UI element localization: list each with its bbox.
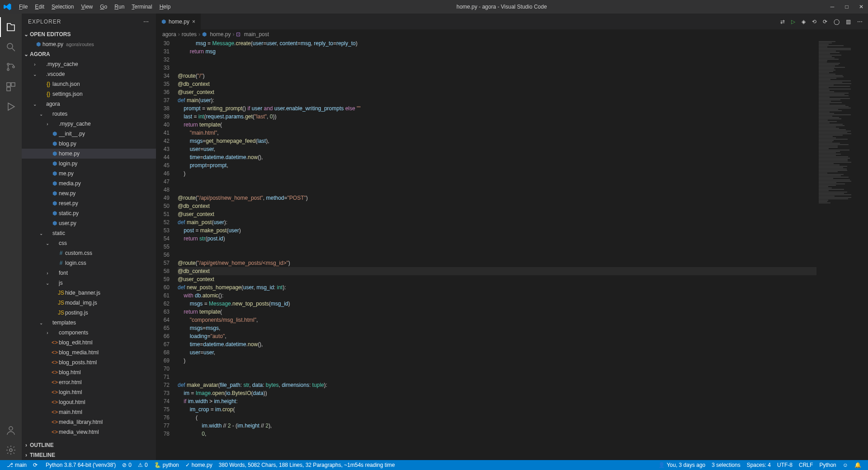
menu-edit[interactable]: Edit [31,4,48,10]
tree-item[interactable]: JSposting.js [22,308,156,318]
sidebar-more-icon[interactable]: ⋯ [143,19,150,25]
status-item[interactable]: 380 Words, 5082 Chars, 188 Lines, 32 Par… [216,462,398,468]
status-item[interactable]: CRLF [796,462,816,468]
tree-item[interactable]: ›.mypy_cache [22,119,156,129]
minimize-button[interactable]: ─ [829,4,835,10]
status-item[interactable]: Spaces: 4 [744,462,774,468]
tree-item[interactable]: <>blog_edit.html [22,338,156,348]
tree-item[interactable]: ⬢blog.py [22,139,156,149]
menu-selection[interactable]: Selection [48,4,77,10]
status-item[interactable]: ⚠0 [135,462,151,468]
section-outline[interactable]: ›OUTLINE [22,440,156,450]
tree-item[interactable]: ⬢login.py [22,159,156,169]
breadcrumb-item[interactable]: ⊡ main_post [236,31,269,38]
tree-item[interactable]: ⌄static [22,228,156,238]
tree-item[interactable]: <>logout.html [22,397,156,407]
tree-item[interactable]: <>blog_posts.html [22,357,156,367]
tree-item[interactable]: ›components [22,328,156,338]
menu-view[interactable]: View [77,4,96,10]
activity-source-control[interactable] [0,57,22,77]
close-tab-icon[interactable]: × [192,19,195,25]
tree-item[interactable]: ›.mypy_cache [22,59,156,69]
debug-icon[interactable]: ◈ [802,19,806,25]
more-icon[interactable]: ⋯ [857,19,863,25]
section-project[interactable]: ⌄AGORA [22,49,156,59]
status-item[interactable]: 👤You, 3 days ago [655,462,709,468]
status-item[interactable]: 🔔 [851,462,864,468]
tree-item[interactable]: ⬢__init__.py [22,129,156,139]
tree-item[interactable]: <>error.html [22,377,156,387]
status-item[interactable]: 3 selections [708,462,743,468]
status-item[interactable]: UTF-8 [774,462,796,468]
status-item[interactable]: ⊘0 [119,462,135,468]
run-icon[interactable]: ▷ [791,19,795,25]
tree-item[interactable]: ⌄js [22,278,156,288]
vertical-scrollbar[interactable] [862,39,868,460]
menu-run[interactable]: Run [111,4,128,10]
section-timeline[interactable]: ›TIMELINE [22,450,156,460]
menu-terminal[interactable]: Terminal [128,4,156,10]
compare-icon[interactable]: ⇄ [780,19,785,25]
tree-item[interactable]: JShide_banner.js [22,288,156,298]
tree-item[interactable]: ⌄css [22,238,156,248]
tree-twistie-icon [44,410,51,415]
tree-item[interactable]: ⬢new.py [22,188,156,198]
status-item[interactable]: ⎇main [4,462,30,468]
status-item[interactable]: ✓home.py [182,462,216,468]
tree-item[interactable]: <>main.html [22,407,156,417]
minimap[interactable] [816,39,862,460]
tab-home-py[interactable]: ⬢ home.py × [156,14,201,29]
menu-help[interactable]: Help [156,4,175,10]
menu-go[interactable]: Go [96,4,111,10]
status-item[interactable]: Python [816,462,839,468]
tree-item[interactable]: ⬢user.py [22,218,156,228]
activity-explorer[interactable] [0,17,22,37]
status-item[interactable]: ⟳ [30,462,42,468]
breadcrumb-item[interactable]: ⬢ home.py [202,31,231,38]
tree-item[interactable]: {}launch.json [22,79,156,89]
tree-item[interactable]: #login.css [22,258,156,268]
activity-search[interactable] [0,37,22,57]
tree-item[interactable]: ⌄agora [22,99,156,109]
tree-item[interactable]: ⬢media.py [22,179,156,188]
tree-item[interactable]: ⬢static.py [22,208,156,218]
nav-back-icon[interactable]: ⟲ [812,19,816,25]
tree-item[interactable]: {}settings.json [22,89,156,99]
status-item[interactable]: ☺ [840,462,851,468]
breadcrumb-item[interactable]: agora [162,31,176,38]
git-icon[interactable]: ◯ [834,19,840,25]
open-editor-item[interactable]: ⬢home.pyagora\routes [22,39,156,49]
status-item[interactable]: 🐍python [151,462,182,468]
tree-item[interactable]: ⌄routes [22,109,156,119]
tree-item[interactable]: JSmodal_img.js [22,298,156,308]
split-editor-icon[interactable]: ▥ [846,19,851,25]
tree-item[interactable]: <>blog_media.html [22,348,156,357]
tree-item[interactable]: <>media_view.html [22,427,156,437]
tree-item[interactable]: ›font [22,268,156,278]
tree-item[interactable]: ⬢me.py [22,169,156,179]
activity-settings[interactable] [0,440,22,460]
close-button[interactable]: ✕ [858,4,864,10]
code-lines[interactable]: msg = Message.create(user=user, content=… [178,39,816,460]
tree-item[interactable]: ⌄.vscode [22,69,156,79]
tree-item[interactable]: <>blog.html [22,367,156,377]
activity-extensions[interactable] [0,77,22,97]
menu-file[interactable]: File [15,4,31,10]
section-open-editors[interactable]: ⌄OPEN EDITORS [22,29,156,39]
status-item[interactable]: Python 3.8.7 64-bit ('venv38') [42,462,119,468]
nav-forward-icon[interactable]: ⟳ [823,19,827,25]
tree-item[interactable]: <>login.html [22,387,156,397]
tree-item[interactable]: ⌄templates [22,318,156,328]
activity-account[interactable] [0,420,22,440]
breadcrumb-item[interactable]: routes [182,31,197,38]
tree-item[interactable]: #custom.css [22,248,156,258]
tree-item[interactable]: ⬢reset.py [22,198,156,208]
code-editor[interactable]: 3031323334353637383940414243444546474849… [156,39,816,460]
maximize-button[interactable]: □ [844,4,850,10]
activity-run[interactable] [0,97,22,117]
tree-twistie-icon: › [32,62,38,67]
breadcrumbs[interactable]: agora›routes›⬢ home.py›⊡ main_post [156,29,868,39]
tree-item[interactable]: <>media_library.html [22,417,156,427]
file-icon: ⬢ [51,150,59,157]
tree-item[interactable]: ⬢home.py [22,149,156,159]
